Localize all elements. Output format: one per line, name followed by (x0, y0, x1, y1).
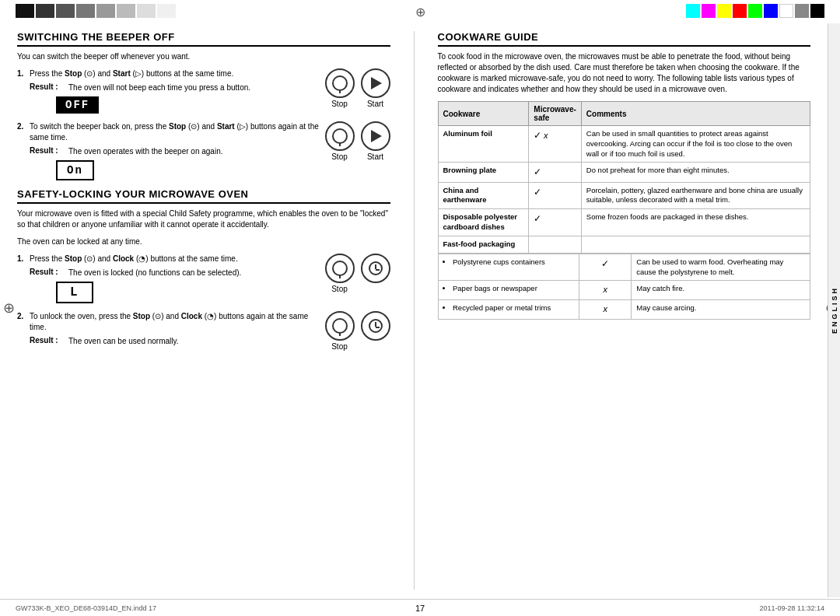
page-number: 17 (415, 604, 425, 613)
stop-label2: Stop (331, 152, 348, 161)
start-label2: Start (367, 152, 383, 161)
table-row: China and earthenware ✓ Porcelain, potte… (438, 182, 810, 209)
stop-button-circle3 (325, 254, 355, 283)
beeper-step1-result: Result : The oven will not beep each tim… (30, 82, 320, 93)
lock-step1: 1. Press the Stop (⊙) and Clock (◔) butt… (17, 254, 390, 303)
color-swatch (686, 4, 700, 18)
english-label: ENGLISH (831, 286, 838, 334)
stop-button-box3: Stop (325, 254, 355, 293)
stop-button-circle (325, 68, 355, 98)
stop-icon4 (332, 318, 348, 334)
color-swatch (764, 4, 778, 18)
main-content: SWITCHING THE BEEPER OFF You can switch … (17, 23, 810, 597)
color-swatch (779, 4, 793, 18)
stop-button-box4: Stop (325, 311, 355, 351)
lock-step2-result: Result : The oven can be used normally. (30, 336, 320, 347)
color-swatch (795, 4, 809, 18)
beeper-on-display: On (56, 160, 94, 180)
start-button-circle (361, 68, 390, 98)
color-swatch (76, 4, 95, 18)
clock-button-box (361, 254, 390, 285)
left-column: SWITCHING THE BEEPER OFF You can switch … (17, 23, 390, 597)
table-row: Polystyrene cups containers ✓ Can be use… (438, 253, 810, 320)
lock-step2: 2. To unlock the oven, press the Stop (⊙… (17, 311, 390, 351)
lock-step2-text: 2. To unlock the oven, press the Stop (⊙… (17, 311, 320, 333)
col-comments: Comments (581, 102, 810, 126)
beeper-step1-buttons: Stop Start (325, 68, 390, 108)
beeper-step1-text: 1. Press the Stop (⊙) and Start (▷) butt… (17, 68, 320, 79)
color-swatch (702, 4, 716, 18)
stop-icon (332, 75, 348, 91)
beeper-step1: 1. Press the Stop (⊙) and Start (▷) butt… (17, 68, 390, 114)
beeper-step2-text: 2. To switch the beeper back on, press t… (17, 121, 320, 143)
safe-indicator: ✓ (529, 182, 581, 209)
start-icon2 (371, 130, 382, 142)
lock-display: L (56, 282, 93, 303)
cookware-comment: Can be used in small quantities to prote… (581, 126, 810, 163)
color-swatch (157, 4, 176, 18)
beeper-step2-buttons: Stop Start (325, 121, 390, 161)
section-lock-title: SAFETY-LOCKING YOUR MICROWAVE OVEN (17, 188, 390, 204)
bottom-left-text: GW733K-B_XEO_DE68-03914D_EN.indd 17 (16, 604, 156, 612)
beeper-off-display: OFF (56, 96, 99, 114)
start-label: Start (367, 100, 383, 108)
col-cookware: Cookware (438, 102, 529, 126)
color-swatch (717, 4, 731, 18)
bottom-right-text: 2011-09-28 11:32:14 (759, 604, 824, 612)
table-row: Browning plate ✓ Do not preheat for more… (438, 163, 810, 182)
stop-icon3 (332, 261, 348, 276)
clock-button-circle2 (361, 311, 390, 341)
color-swatch (56, 4, 75, 18)
start-button-circle2 (361, 121, 390, 151)
cookware-item: Fast-food packaging (438, 236, 529, 253)
section-beeper-title: SWITCHING THE BEEPER OFF (17, 31, 390, 47)
list-item: Recycled paper or metal trims x May caus… (439, 300, 810, 320)
list-item: Polystyrene cups containers ✓ Can be use… (439, 254, 810, 281)
color-swatch (748, 4, 762, 18)
stop-label: Stop (331, 100, 348, 108)
stop-button-circle2 (325, 121, 355, 151)
column-divider (414, 31, 415, 590)
english-sidebar: ENGLISH (828, 23, 840, 597)
sub-item-name: Polystyrene cups containers (443, 257, 574, 268)
sub-item-name: Paper bags or newspaper (443, 284, 574, 294)
start-icon (371, 77, 382, 89)
beeper-step2-result: Result : The oven operates with the beep… (30, 146, 320, 157)
stop-label4: Stop (331, 342, 348, 351)
cookware-intro: To cook food in the microwave oven, the … (438, 51, 811, 95)
lock-step2-buttons: Stop (325, 311, 390, 351)
safe-indicator (529, 236, 581, 253)
lock-step1-text: 1. Press the Stop (⊙) and Clock (◔) butt… (17, 254, 320, 264)
clock-icon (369, 261, 383, 275)
cookware-comment (581, 236, 810, 253)
color-swatch (810, 4, 824, 18)
color-swatch (117, 4, 135, 18)
registration-mark-left: ⊕ (3, 299, 15, 317)
color-strip-left (16, 4, 176, 18)
color-swatch (733, 4, 747, 18)
safe-indicator: ✓ (529, 209, 581, 236)
beeper-intro: You can switch the beeper off whenever y… (17, 51, 390, 62)
cookware-item: Disposable polyester cardboard dishes (438, 209, 529, 236)
bottom-bar: GW733K-B_XEO_DE68-03914D_EN.indd 17 17 2… (0, 599, 840, 616)
safe-indicator: ✓ (529, 163, 581, 182)
start-button-box2: Start (361, 121, 390, 161)
registration-mark-icon: ⊕ (415, 5, 425, 19)
stop-label3: Stop (331, 285, 348, 293)
section-cookware-title: COOKWARE GUIDE (438, 31, 811, 47)
clock-button-circle (361, 254, 390, 283)
cookware-sub-items: Polystyrene cups containers ✓ Can be use… (438, 253, 810, 320)
cookware-table: Cookware Microwave-safe Comments Aluminu… (438, 101, 811, 320)
safe-indicator: ✓ x (529, 126, 581, 163)
lock-intro2: The oven can be locked at any time. (17, 236, 390, 247)
color-swatch (36, 4, 54, 18)
clock-button-box2 (361, 311, 390, 342)
cookware-item: Aluminum foil (438, 126, 529, 163)
cookware-item: Browning plate (438, 163, 529, 182)
color-strip-right (686, 4, 824, 18)
top-bar: ⊕ (0, 0, 840, 22)
color-swatch (137, 4, 156, 18)
cookware-comment: Some frozen foods are packaged in these … (581, 209, 810, 236)
table-row: Aluminum foil ✓ x Can be used in small q… (438, 126, 810, 163)
clock-icon2 (369, 319, 383, 333)
